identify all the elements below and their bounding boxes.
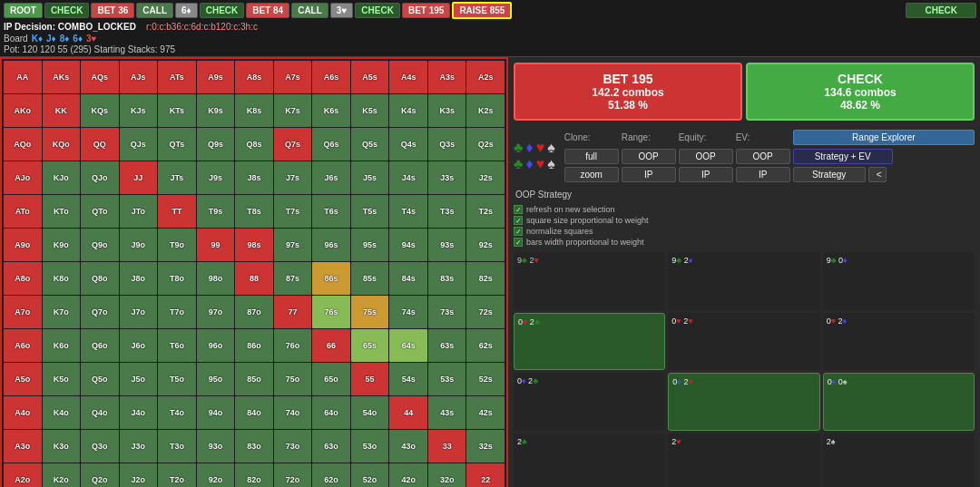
matrix-cell-2-6[interactable]: Q8s — [235, 128, 273, 161]
matrix-cell-9-7[interactable]: 75o — [274, 363, 312, 395]
nav-check3-btn[interactable]: CHECK — [355, 3, 400, 18]
matrix-cell-1-11[interactable]: K3s — [428, 94, 466, 127]
matrix-cell-2-3[interactable]: QJs — [120, 128, 158, 161]
matrix-cell-3-7[interactable]: J7s — [274, 161, 312, 194]
matrix-cell-5-7[interactable]: 97s — [274, 229, 312, 261]
matrix-cell-3-0[interactable]: AJo — [4, 161, 42, 194]
matrix-cell-10-2[interactable]: Q4o — [81, 396, 119, 429]
nav-check1-btn[interactable]: CHECK — [44, 3, 90, 18]
matrix-cell-4-1[interactable]: KTo — [43, 195, 81, 228]
matrix-cell-6-3[interactable]: J8o — [120, 262, 158, 295]
matrix-cell-12-4[interactable]: T2o — [158, 463, 196, 487]
matrix-cell-6-7[interactable]: 87s — [274, 262, 312, 295]
matrix-cell-1-0[interactable]: AKo — [4, 94, 42, 127]
club-icon-1[interactable]: ♣ — [514, 140, 524, 156]
check-action-box[interactable]: CHECK 134.6 combos 48.62 % — [746, 63, 975, 121]
matrix-cell-9-12[interactable]: 52s — [466, 363, 505, 395]
matrix-cell-8-0[interactable]: A6o — [4, 329, 42, 362]
matrix-cell-8-2[interactable]: Q6o — [81, 329, 119, 362]
matrix-cell-9-0[interactable]: A5o — [4, 363, 42, 395]
card-cell-3[interactable]: 0♥ 2♣ — [514, 313, 665, 371]
matrix-cell-2-7[interactable]: Q7s — [274, 128, 312, 161]
matrix-cell-12-12[interactable]: 22 — [466, 463, 505, 487]
matrix-cell-0-9[interactable]: A5s — [351, 61, 389, 93]
nav-raise855-btn[interactable]: RAISE 855 — [452, 2, 512, 19]
matrix-cell-0-3[interactable]: AJs — [120, 61, 158, 93]
matrix-cell-6-12[interactable]: 82s — [466, 262, 505, 295]
ip-btn-3[interactable]: IP — [736, 167, 790, 182]
matrix-cell-6-11[interactable]: 83s — [428, 262, 466, 295]
matrix-cell-7-10[interactable]: 74s — [389, 296, 427, 328]
spade-icon-2[interactable]: ♠ — [547, 156, 555, 172]
matrix-cell-3-5[interactable]: J9s — [197, 161, 235, 194]
matrix-cell-1-8[interactable]: K6s — [312, 94, 350, 127]
matrix-cell-1-6[interactable]: K8s — [235, 94, 273, 127]
card-cell-0[interactable]: 9♣ 2♥ — [514, 252, 665, 310]
spade-icon-1[interactable]: ♠ — [547, 140, 555, 156]
matrix-cell-10-9[interactable]: 54o — [351, 396, 389, 429]
matrix-cell-2-11[interactable]: Q3s — [428, 128, 466, 161]
matrix-cell-9-1[interactable]: K5o — [43, 363, 81, 395]
matrix-cell-0-0[interactable]: AA — [4, 61, 42, 93]
nav-check2-btn[interactable]: CHECK — [200, 3, 245, 18]
matrix-cell-0-4[interactable]: ATs — [158, 61, 196, 93]
matrix-cell-12-8[interactable]: 62o — [312, 463, 350, 487]
matrix-cell-1-5[interactable]: K9s — [197, 94, 235, 127]
matrix-cell-4-4[interactable]: TT — [158, 195, 196, 228]
matrix-cell-11-6[interactable]: 83o — [235, 430, 273, 463]
matrix-cell-2-12[interactable]: Q2s — [466, 128, 505, 161]
matrix-cell-2-4[interactable]: QTs — [158, 128, 196, 161]
card-cell-5[interactable]: 0♥ 2♦ — [823, 313, 975, 371]
matrix-cell-7-9[interactable]: 75s — [351, 296, 389, 328]
nav-root-btn[interactable]: ROOT — [4, 3, 43, 18]
matrix-cell-0-7[interactable]: A7s — [274, 61, 312, 93]
nav-call2-btn[interactable]: CALL — [291, 3, 328, 18]
matrix-cell-6-10[interactable]: 84s — [389, 262, 427, 295]
matrix-cell-10-3[interactable]: J4o — [120, 396, 158, 429]
card-cell-7[interactable]: 0♦ 2♥ — [668, 373, 819, 431]
matrix-cell-3-10[interactable]: J4s — [389, 161, 427, 194]
matrix-cell-5-12[interactable]: 92s — [466, 229, 505, 261]
matrix-cell-4-3[interactable]: JTo — [120, 195, 158, 228]
matrix-cell-8-10[interactable]: 64s — [389, 329, 427, 362]
cb-normalize[interactable]: ✓ — [514, 227, 523, 236]
card-cell-2[interactable]: 9♣ 0♦ — [823, 252, 975, 310]
expand-btn[interactable]: < — [868, 167, 887, 182]
matrix-cell-4-9[interactable]: T5s — [351, 195, 389, 228]
matrix-cell-4-11[interactable]: T3s — [428, 195, 466, 228]
matrix-cell-7-5[interactable]: 97o — [197, 296, 235, 328]
matrix-cell-2-0[interactable]: AQo — [4, 128, 42, 161]
matrix-cell-5-9[interactable]: 95s — [351, 229, 389, 261]
matrix-cell-4-2[interactable]: QTo — [81, 195, 119, 228]
matrix-cell-0-12[interactable]: A2s — [466, 61, 505, 93]
matrix-cell-9-4[interactable]: T5o — [158, 363, 196, 395]
matrix-cell-9-6[interactable]: 85o — [235, 363, 273, 395]
matrix-cell-12-5[interactable]: 92o — [197, 463, 235, 487]
cb-barswidth[interactable]: ✓ — [514, 238, 523, 247]
matrix-cell-7-0[interactable]: A7o — [4, 296, 42, 328]
matrix-cell-4-6[interactable]: T8s — [235, 195, 273, 228]
matrix-cell-4-5[interactable]: T9s — [197, 195, 235, 228]
matrix-cell-10-0[interactable]: A4o — [4, 396, 42, 429]
matrix-cell-5-2[interactable]: Q9o — [81, 229, 119, 261]
matrix-cell-8-3[interactable]: J6o — [120, 329, 158, 362]
matrix-cell-8-12[interactable]: 62s — [466, 329, 505, 362]
card-cell-11[interactable]: 2♠ — [823, 433, 975, 488]
matrix-cell-12-1[interactable]: K2o — [43, 463, 81, 487]
cb-refresh[interactable]: ✓ — [514, 205, 523, 214]
matrix-cell-0-1[interactable]: AKs — [43, 61, 81, 93]
matrix-cell-3-6[interactable]: J8s — [235, 161, 273, 194]
matrix-cell-6-5[interactable]: 98o — [197, 262, 235, 295]
matrix-cell-6-1[interactable]: K8o — [43, 262, 81, 295]
zoom-btn[interactable]: zoom — [564, 167, 619, 182]
matrix-cell-8-9[interactable]: 65s — [351, 329, 389, 362]
matrix-cell-12-6[interactable]: 82o — [235, 463, 273, 487]
matrix-cell-9-11[interactable]: 53s — [428, 363, 466, 395]
matrix-cell-9-9[interactable]: 55 — [351, 363, 389, 395]
ip-btn-1[interactable]: IP — [622, 167, 676, 182]
matrix-cell-4-7[interactable]: T7s — [274, 195, 312, 228]
range-explorer-btn[interactable]: Range Explorer — [793, 130, 975, 145]
matrix-cell-7-3[interactable]: J7o — [120, 296, 158, 328]
diamond-icon-1[interactable]: ♦ — [526, 140, 534, 156]
matrix-cell-3-8[interactable]: J6s — [312, 161, 350, 194]
